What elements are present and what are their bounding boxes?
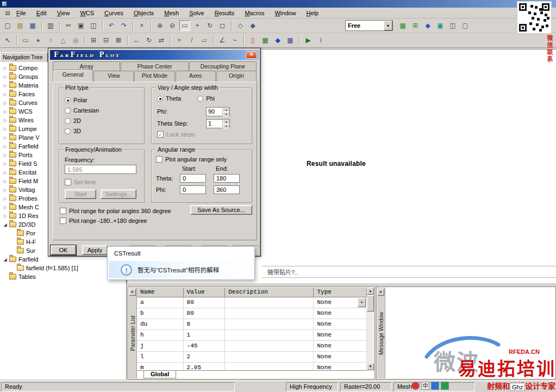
torus-icon[interactable]: ◎ [70, 35, 81, 46]
tray-icon-green[interactable] [441, 382, 449, 390]
mirror-icon[interactable]: ⇄ [156, 35, 167, 46]
menu-help[interactable]: Help [302, 9, 323, 17]
save-as-source-button[interactable]: Save As Source... [190, 205, 252, 215]
tree-collapsed-arrow-icon[interactable]: ▷ [2, 179, 8, 184]
menu-solve[interactable]: Solve [185, 9, 209, 17]
vertical-scrollbar[interactable]: ▲ ▼ [367, 288, 374, 370]
tree-expanded-arrow-icon[interactable]: ◢ [2, 257, 8, 262]
plot-range-checkbox[interactable] [60, 217, 66, 224]
rotate-icon[interactable]: ↻ [143, 35, 154, 46]
pick-point-icon[interactable]: + [174, 35, 185, 46]
info-icon[interactable]: i [315, 35, 326, 46]
workplane-icon[interactable]: ▦ [397, 20, 408, 31]
close-icon[interactable]: × [129, 289, 136, 296]
shaded-view-icon[interactable]: ◆ [247, 20, 258, 31]
tree-collapsed-arrow-icon[interactable]: ▷ [2, 101, 8, 105]
apply-button[interactable]: Apply [82, 245, 108, 255]
tree-collapsed-arrow-icon[interactable]: ▷ [2, 161, 8, 166]
start-solver-icon[interactable]: ▶ [303, 35, 314, 46]
menu-wcs[interactable]: WCS [76, 9, 98, 17]
zoom-in-icon[interactable]: ⊕ [154, 20, 165, 31]
mesh-view-icon[interactable]: ▩ [285, 35, 296, 46]
tree-collapsed-arrow-icon[interactable]: ▷ [2, 144, 8, 149]
paste-icon[interactable]: ◫ [88, 20, 99, 31]
tab-origin[interactable]: Origin [216, 71, 257, 82]
tray-icon-red[interactable] [411, 382, 420, 390]
field-monitor-icon[interactable]: ▦ [260, 35, 271, 46]
window-titlebar[interactable] [0, 0, 556, 8]
background-icon[interactable]: ▣ [435, 20, 446, 31]
boolean-subtract-icon[interactable]: ⊟ [101, 35, 111, 46]
brick-icon[interactable]: ▭ [20, 35, 31, 46]
theta-step-stepper[interactable]: 1 ▲▼ [206, 119, 230, 128]
table-row[interactable]: j-45None [137, 341, 367, 352]
table-row[interactable]: b80None [137, 308, 367, 319]
tree-collapsed-arrow-icon[interactable]: ▷ [2, 153, 8, 158]
ok-button[interactable]: OK [51, 245, 76, 255]
menu-edit[interactable]: Edit [32, 9, 51, 17]
dialog-titlebar[interactable]: FarField Plot ✕ [50, 50, 259, 60]
spin-down-icon[interactable]: ▼ [223, 112, 229, 116]
tree-expanded-arrow-icon[interactable]: ◢ [2, 222, 8, 227]
cell-type[interactable]: None▼ [314, 297, 367, 308]
open-icon[interactable]: ▤ [15, 20, 26, 31]
tab-plot-mode[interactable]: Plot Mode [134, 71, 174, 82]
angular-end-input[interactable] [214, 185, 240, 194]
spin-up-icon[interactable]: ▲ [223, 120, 229, 124]
spin-down-icon[interactable]: ▼ [223, 124, 229, 128]
select-icon[interactable]: ↖ [2, 35, 13, 46]
frequency-input[interactable] [65, 165, 136, 174]
cut-icon[interactable]: ✂ [63, 20, 74, 31]
tree-collapsed-arrow-icon[interactable]: ▷ [2, 83, 8, 88]
tree-collapsed-arrow-icon[interactable]: ▷ [2, 66, 8, 71]
cell-type[interactable]: None [314, 330, 367, 341]
lock-steps-checkbox[interactable]: ✓ [157, 131, 164, 138]
menu-window[interactable]: Window [270, 9, 300, 17]
tree-collapsed-arrow-icon[interactable]: ▷ [2, 92, 8, 97]
tree-collapsed-arrow-icon[interactable]: ▷ [2, 188, 8, 192]
scroll-up-icon[interactable]: ▲ [367, 288, 374, 295]
tree-collapsed-arrow-icon[interactable]: ▷ [2, 118, 8, 123]
delete-icon[interactable]: × [136, 20, 147, 31]
scroll-down-icon[interactable]: ▼ [367, 363, 374, 370]
menu-file[interactable]: File [12, 9, 30, 17]
angular-start-input[interactable] [180, 174, 206, 183]
redo-icon[interactable]: ↷ [118, 20, 129, 31]
tab-axes[interactable]: Axes [176, 71, 216, 82]
new-icon[interactable]: ▢ [2, 20, 13, 31]
radio-cartesian[interactable]: Cartesian [65, 107, 144, 114]
start-button[interactable]: Start [65, 189, 96, 199]
radio-polar[interactable]: Polar [65, 97, 144, 103]
tree-collapsed-arrow-icon[interactable]: ▷ [2, 214, 8, 219]
cell-type[interactable]: None [314, 308, 367, 319]
tab-decoupling-plane[interactable]: Decoupling Plane [189, 61, 257, 71]
problem-type-icon[interactable]: ▢ [460, 20, 471, 31]
tree-collapsed-arrow-icon[interactable]: ▷ [2, 109, 8, 114]
tab-phase-center[interactable]: Phase Center [121, 61, 188, 71]
probe-icon[interactable]: ◆ [272, 35, 283, 46]
menu-view[interactable]: View [53, 9, 74, 17]
units-icon[interactable]: ◫ [447, 20, 458, 31]
curve-tool-icon[interactable]: ~ [229, 35, 240, 46]
radio-2d[interactable]: 2D [65, 117, 144, 124]
fit-view-icon[interactable]: ◻ [217, 20, 228, 31]
tray-icon-blue[interactable] [431, 382, 439, 390]
print-icon[interactable]: ▥ [45, 20, 56, 31]
rotate-view-icon[interactable]: ↻ [204, 20, 215, 31]
table-row[interactable]: l2None [137, 352, 367, 363]
tree-collapsed-arrow-icon[interactable]: ▷ [2, 74, 8, 79]
cone-icon[interactable]: △ [58, 35, 68, 46]
tab-view[interactable]: View [93, 71, 134, 82]
close-icon[interactable]: × [377, 289, 384, 296]
table-row[interactable]: m2.05None [137, 363, 367, 370]
waveguide-port-icon[interactable]: ▯ [247, 35, 258, 46]
table-row[interactable]: h1None [137, 330, 367, 341]
save-icon[interactable]: ▦ [27, 20, 38, 31]
material-icon[interactable]: ◆ [422, 20, 433, 31]
ime-icon[interactable]: 中 [421, 382, 429, 390]
zoom-out-icon[interactable]: ⊖ [167, 20, 178, 31]
mode-dropdown[interactable]: Free ▼ [345, 20, 393, 31]
zoom-window-icon[interactable]: ▭ [179, 20, 190, 31]
settings-button[interactable]: Settings... [101, 189, 136, 199]
pick-edge-icon[interactable]: / [186, 35, 197, 46]
